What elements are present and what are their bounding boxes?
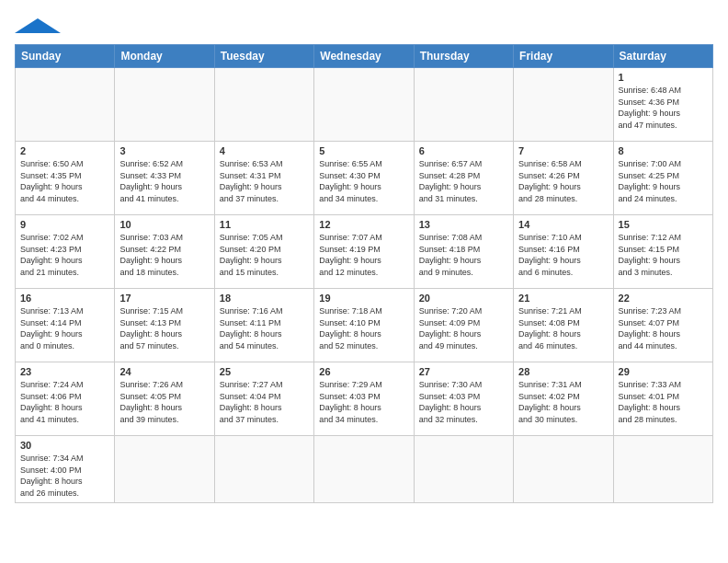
day-number: 10 — [119, 219, 209, 230]
day-number: 5 — [319, 145, 408, 156]
header-day-thursday: Thursday — [414, 45, 513, 68]
day-number: 17 — [119, 293, 209, 304]
day-number: 3 — [119, 145, 209, 156]
calendar-cell: 6Sunrise: 6:57 AM Sunset: 4:28 PM Daylig… — [414, 142, 513, 215]
day-number: 22 — [619, 293, 708, 304]
day-info: Sunrise: 6:55 AM Sunset: 4:30 PM Dayligh… — [319, 158, 408, 204]
day-info: Sunrise: 7:29 AM Sunset: 4:03 PM Dayligh… — [319, 379, 408, 425]
day-number: 20 — [419, 293, 508, 304]
day-number: 28 — [518, 366, 608, 377]
calendar-week-5: 30Sunrise: 7:34 AM Sunset: 4:00 PM Dayli… — [16, 436, 713, 503]
day-number: 25 — [220, 366, 309, 377]
header-day-tuesday: Tuesday — [214, 45, 313, 68]
calendar-cell: 16Sunrise: 7:13 AM Sunset: 4:14 PM Dayli… — [16, 289, 115, 362]
day-number: 16 — [20, 293, 109, 304]
calendar-cell: 11Sunrise: 7:05 AM Sunset: 4:20 PM Dayli… — [214, 215, 313, 289]
calendar-header: SundayMondayTuesdayWednesdayThursdayFrid… — [16, 45, 713, 68]
day-number: 13 — [419, 219, 508, 230]
logo — [15, 15, 61, 35]
day-info: Sunrise: 7:00 AM Sunset: 4:25 PM Dayligh… — [619, 158, 708, 204]
day-number: 2 — [20, 145, 109, 156]
header-day-wednesday: Wednesday — [314, 45, 414, 68]
day-number: 11 — [220, 219, 309, 230]
day-info: Sunrise: 7:12 AM Sunset: 4:15 PM Dayligh… — [619, 232, 708, 278]
day-info: Sunrise: 7:27 AM Sunset: 4:04 PM Dayligh… — [220, 379, 309, 425]
calendar-cell — [414, 436, 513, 503]
day-number: 12 — [319, 219, 408, 230]
calendar-cell — [514, 436, 613, 503]
calendar-week-0: 1Sunrise: 6:48 AM Sunset: 4:36 PM Daylig… — [16, 68, 713, 142]
day-info: Sunrise: 7:05 AM Sunset: 4:20 PM Dayligh… — [220, 232, 309, 278]
calendar-cell: 10Sunrise: 7:03 AM Sunset: 4:22 PM Dayli… — [115, 215, 214, 289]
calendar-body: 1Sunrise: 6:48 AM Sunset: 4:36 PM Daylig… — [16, 68, 713, 503]
day-info: Sunrise: 7:20 AM Sunset: 4:09 PM Dayligh… — [419, 305, 508, 351]
calendar-week-2: 9Sunrise: 7:02 AM Sunset: 4:23 PM Daylig… — [16, 215, 713, 289]
day-number: 4 — [220, 145, 309, 156]
day-number: 7 — [518, 145, 608, 156]
calendar-cell — [214, 68, 313, 142]
calendar-cell: 24Sunrise: 7:26 AM Sunset: 4:05 PM Dayli… — [115, 362, 214, 436]
day-info: Sunrise: 7:34 AM Sunset: 4:00 PM Dayligh… — [20, 453, 109, 499]
day-number: 14 — [518, 219, 608, 230]
calendar-cell — [314, 68, 414, 142]
calendar-cell — [414, 68, 513, 142]
calendar-cell: 13Sunrise: 7:08 AM Sunset: 4:18 PM Dayli… — [414, 215, 513, 289]
calendar-cell: 29Sunrise: 7:33 AM Sunset: 4:01 PM Dayli… — [613, 362, 712, 436]
header-day-friday: Friday — [514, 45, 613, 68]
logo-icon — [15, 17, 61, 35]
calendar-cell: 17Sunrise: 7:15 AM Sunset: 4:13 PM Dayli… — [115, 289, 214, 362]
day-info: Sunrise: 7:24 AM Sunset: 4:06 PM Dayligh… — [20, 379, 109, 425]
calendar-table: SundayMondayTuesdayWednesdayThursdayFrid… — [15, 44, 713, 503]
header-day-monday: Monday — [115, 45, 214, 68]
day-info: Sunrise: 7:31 AM Sunset: 4:02 PM Dayligh… — [518, 379, 608, 425]
calendar-cell — [115, 68, 214, 142]
day-number: 29 — [619, 366, 708, 377]
day-info: Sunrise: 6:57 AM Sunset: 4:28 PM Dayligh… — [419, 158, 508, 204]
calendar-cell: 25Sunrise: 7:27 AM Sunset: 4:04 PM Dayli… — [214, 362, 313, 436]
calendar-cell: 7Sunrise: 6:58 AM Sunset: 4:26 PM Daylig… — [514, 142, 613, 215]
day-number: 27 — [419, 366, 508, 377]
day-info: Sunrise: 7:18 AM Sunset: 4:10 PM Dayligh… — [319, 305, 408, 351]
day-number: 15 — [619, 219, 708, 230]
calendar-week-3: 16Sunrise: 7:13 AM Sunset: 4:14 PM Dayli… — [16, 289, 713, 362]
calendar-cell: 12Sunrise: 7:07 AM Sunset: 4:19 PM Dayli… — [314, 215, 414, 289]
day-number: 1 — [619, 72, 708, 83]
day-number: 18 — [220, 293, 309, 304]
calendar-cell: 21Sunrise: 7:21 AM Sunset: 4:08 PM Dayli… — [514, 289, 613, 362]
calendar-cell: 9Sunrise: 7:02 AM Sunset: 4:23 PM Daylig… — [16, 215, 115, 289]
svg-marker-0 — [15, 18, 61, 33]
day-number: 30 — [20, 440, 109, 451]
day-info: Sunrise: 7:02 AM Sunset: 4:23 PM Dayligh… — [20, 232, 109, 278]
calendar-cell: 5Sunrise: 6:55 AM Sunset: 4:30 PM Daylig… — [314, 142, 414, 215]
calendar-cell — [514, 68, 613, 142]
header-row: SundayMondayTuesdayWednesdayThursdayFrid… — [16, 45, 713, 68]
day-info: Sunrise: 7:15 AM Sunset: 4:13 PM Dayligh… — [119, 305, 209, 351]
calendar-cell: 26Sunrise: 7:29 AM Sunset: 4:03 PM Dayli… — [314, 362, 414, 436]
calendar-cell: 3Sunrise: 6:52 AM Sunset: 4:33 PM Daylig… — [115, 142, 214, 215]
day-info: Sunrise: 7:13 AM Sunset: 4:14 PM Dayligh… — [20, 305, 109, 351]
day-info: Sunrise: 6:52 AM Sunset: 4:33 PM Dayligh… — [119, 158, 209, 204]
page-header — [15, 15, 713, 35]
calendar-cell: 15Sunrise: 7:12 AM Sunset: 4:15 PM Dayli… — [613, 215, 712, 289]
calendar-cell: 30Sunrise: 7:34 AM Sunset: 4:00 PM Dayli… — [16, 436, 115, 503]
day-number: 9 — [20, 219, 109, 230]
calendar-cell: 1Sunrise: 6:48 AM Sunset: 4:36 PM Daylig… — [613, 68, 712, 142]
header-day-saturday: Saturday — [613, 45, 712, 68]
header-day-sunday: Sunday — [16, 45, 115, 68]
calendar-cell — [214, 436, 313, 503]
day-number: 23 — [20, 366, 109, 377]
day-info: Sunrise: 7:21 AM Sunset: 4:08 PM Dayligh… — [518, 305, 608, 351]
day-info: Sunrise: 6:48 AM Sunset: 4:36 PM Dayligh… — [619, 85, 708, 131]
day-info: Sunrise: 6:58 AM Sunset: 4:26 PM Dayligh… — [518, 158, 608, 204]
day-info: Sunrise: 6:53 AM Sunset: 4:31 PM Dayligh… — [220, 158, 309, 204]
calendar-cell: 23Sunrise: 7:24 AM Sunset: 4:06 PM Dayli… — [16, 362, 115, 436]
day-info: Sunrise: 7:33 AM Sunset: 4:01 PM Dayligh… — [619, 379, 708, 425]
calendar-cell: 2Sunrise: 6:50 AM Sunset: 4:35 PM Daylig… — [16, 142, 115, 215]
calendar-week-4: 23Sunrise: 7:24 AM Sunset: 4:06 PM Dayli… — [16, 362, 713, 436]
calendar-cell: 4Sunrise: 6:53 AM Sunset: 4:31 PM Daylig… — [214, 142, 313, 215]
calendar-cell: 14Sunrise: 7:10 AM Sunset: 4:16 PM Dayli… — [514, 215, 613, 289]
calendar-cell — [115, 436, 214, 503]
calendar-cell: 20Sunrise: 7:20 AM Sunset: 4:09 PM Dayli… — [414, 289, 513, 362]
calendar-cell: 19Sunrise: 7:18 AM Sunset: 4:10 PM Dayli… — [314, 289, 414, 362]
day-number: 6 — [419, 145, 508, 156]
